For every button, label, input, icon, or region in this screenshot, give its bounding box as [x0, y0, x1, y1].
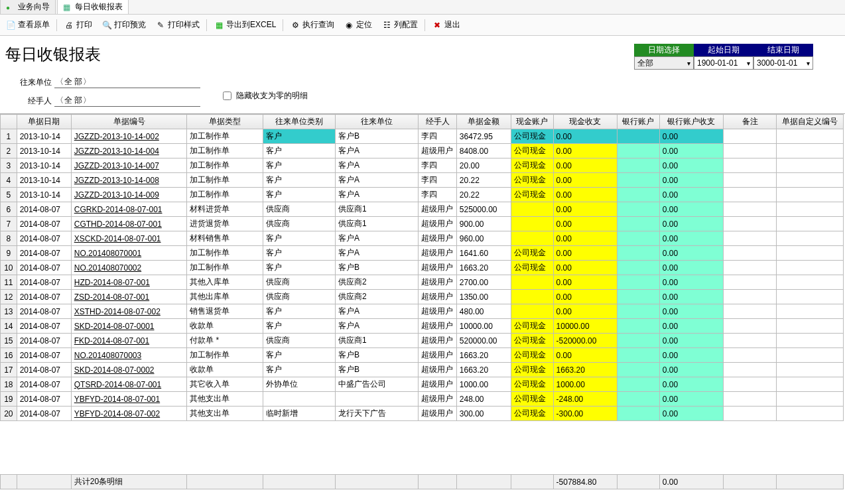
hide-zero-label: 隐藏收支为零的明细 — [236, 90, 308, 101]
col-partytype[interactable]: 往来单位类别 — [263, 115, 336, 129]
table-row[interactable]: 112014-08-07HZD-2014-08-07-001其他入库单供应商供应… — [1, 275, 844, 290]
cell-cashflow: 1000.00 — [553, 377, 618, 392]
table-row[interactable]: 172014-08-07SKD-2014-08-07-0002收款单客户客户B超… — [1, 363, 844, 377]
cell-docno[interactable]: JGZZD-2013-10-14-004 — [71, 144, 187, 158]
print-preview-button[interactable]: 🔍打印预览 — [98, 17, 150, 32]
cell-docno[interactable]: QTSRD-2014-08-07-001 — [71, 377, 187, 392]
cell-amount: 1350.00 — [456, 290, 511, 304]
cell-amount: 1663.20 — [456, 363, 511, 377]
cell-custom — [777, 188, 844, 202]
cell-partytype: 客户 — [263, 261, 336, 275]
cell-docno[interactable]: NO.201408070001 — [71, 246, 187, 261]
cell-docno[interactable]: HZD-2014-08-07-001 — [71, 275, 187, 290]
cell-docno[interactable]: CGTHD-2014-08-07-001 — [71, 217, 187, 231]
cell-doctype: 付款单 * — [187, 334, 263, 348]
table-row[interactable]: 82014-08-07XSCKD-2014-08-07-001材料销售单客户客户… — [1, 231, 844, 246]
hide-zero-checkbox[interactable] — [223, 92, 231, 100]
cell-docno[interactable]: JGZZD-2013-10-14-008 — [71, 173, 187, 188]
table-row[interactable]: 102014-08-07NO.201408070002加工制作单客户客户B超级用… — [1, 261, 844, 275]
locate-button[interactable]: ◉定位 — [340, 17, 376, 32]
table-row[interactable]: 12013-10-14JGZZD-2013-10-14-002加工制作单客户客户… — [1, 129, 844, 144]
cell-bankflow: 0.00 — [659, 188, 724, 202]
cell-docno[interactable]: JGZZD-2013-10-14-009 — [71, 188, 187, 202]
cell-docno[interactable]: NO.201408070002 — [71, 261, 187, 275]
cell-docno[interactable]: FKD-2014-08-07-001 — [71, 334, 187, 348]
table-row[interactable]: 182014-08-07QTSRD-2014-08-07-001其它收入单外协单… — [1, 377, 844, 392]
cell-partytype: 供应商 — [263, 334, 336, 348]
col-docno[interactable]: 单据编号 — [71, 115, 187, 129]
cell-docno[interactable]: SKD-2014-08-07-0002 — [71, 363, 187, 377]
col-handler[interactable]: 经手人 — [419, 115, 456, 129]
table-row[interactable]: 122014-08-07ZSD-2014-08-07-001其他出库单供应商供应… — [1, 290, 844, 304]
col-bankacct[interactable]: 银行账户 — [618, 115, 660, 129]
cell-partytype: 客户 — [263, 304, 336, 319]
cell-docno[interactable]: NO.201408070003 — [71, 348, 187, 363]
report-title: 每日收银报表 — [5, 44, 101, 65]
cell-custom — [777, 129, 844, 144]
tab-business-guide[interactable]: 业务向导 — [0, 0, 56, 14]
cell-docno[interactable]: YBFYD-2014-08-07-002 — [71, 407, 187, 421]
cell-docno[interactable]: XSTHD-2014-08-07-002 — [71, 304, 187, 319]
btn-label: 查看原单 — [18, 19, 50, 31]
btn-label: 定位 — [356, 19, 372, 31]
col-amount[interactable]: 单据金额 — [456, 115, 511, 129]
cell-docno[interactable]: JGZZD-2013-10-14-007 — [71, 158, 187, 173]
table-row[interactable]: 192014-08-07YBFYD-2014-08-07-001其他支出单超级用… — [1, 392, 844, 407]
col-cashflow[interactable]: 现金收支 — [553, 115, 618, 129]
tab-daily-report[interactable]: 每日收银报表 — [57, 0, 129, 14]
date-range-dropdown[interactable]: 全部 — [634, 56, 694, 70]
handler-value[interactable]: 全 部 — [54, 95, 200, 107]
cell-remark — [724, 407, 777, 421]
col-cashacct[interactable]: 现金账户 — [511, 115, 553, 129]
col-date[interactable]: 单据日期 — [17, 115, 71, 129]
export-excel-button[interactable]: ▦导出到EXCEL — [210, 17, 280, 32]
print-button[interactable]: 🖨打印 — [60, 17, 96, 32]
cell-partytype: 供应商 — [263, 202, 336, 217]
table-row[interactable]: 62014-08-07CGRKD-2014-08-07-001材料进货单供应商供… — [1, 202, 844, 217]
col-custom[interactable]: 单据自定义编号 — [777, 115, 844, 129]
cell-docno[interactable]: ZSD-2014-08-07-001 — [71, 290, 187, 304]
col-remark[interactable]: 备注 — [724, 115, 777, 129]
print-style-button[interactable]: ✎打印样式 — [151, 17, 204, 32]
table-row[interactable]: 152014-08-07FKD-2014-08-07-001付款单 *供应商供应… — [1, 334, 844, 348]
table-row[interactable]: 72014-08-07CGTHD-2014-08-07-001进货退货单供应商供… — [1, 217, 844, 231]
cell-docno[interactable]: CGRKD-2014-08-07-001 — [71, 202, 187, 217]
view-original-button[interactable]: 📄查看原单 — [1, 17, 54, 32]
col-doctype[interactable]: 单据类型 — [187, 115, 263, 129]
cell-handler: 李四 — [419, 158, 456, 173]
cell-docno[interactable]: SKD-2014-08-07-0001 — [71, 319, 187, 334]
table-row[interactable]: 132014-08-07XSTHD-2014-08-07-002销售退货单客户客… — [1, 304, 844, 319]
cell-cashflow: 0.00 — [553, 290, 618, 304]
run-query-button[interactable]: ⚙执行查询 — [286, 17, 338, 32]
col-config-button[interactable]: ☷列配置 — [377, 17, 422, 32]
cell-bankflow: 0.00 — [659, 129, 724, 144]
cell-docno[interactable]: XSCKD-2014-08-07-001 — [71, 231, 187, 246]
party-value[interactable]: 全 部 — [54, 76, 200, 88]
cell-party: 中盛广告公司 — [336, 377, 419, 392]
cell-date: 2014-08-07 — [17, 304, 71, 319]
cell-docno[interactable]: YBFYD-2014-08-07-001 — [71, 392, 187, 407]
cell-cashflow: 1663.20 — [553, 363, 618, 377]
cell-docno[interactable]: JGZZD-2013-10-14-002 — [71, 129, 187, 144]
col-rownum[interactable] — [1, 115, 17, 129]
cell-partytype: 客户 — [263, 246, 336, 261]
col-bankflow[interactable]: 银行账户收支 — [659, 115, 724, 129]
table-row[interactable]: 42013-10-14JGZZD-2013-10-14-008加工制作单客户客户… — [1, 173, 844, 188]
cell-date: 2014-08-07 — [17, 261, 71, 275]
exit-button[interactable]: ✖退出 — [428, 17, 464, 32]
table-row[interactable]: 162014-08-07NO.201408070003加工制作单客户客户B超级用… — [1, 348, 844, 363]
end-date-input[interactable]: 3000-01-01 — [753, 56, 813, 70]
start-date-input[interactable]: 1900-01-01 — [694, 56, 753, 70]
cell-partytype: 客户 — [263, 144, 336, 158]
table-row[interactable]: 202014-08-07YBFYD-2014-08-07-002其他支出单临时新… — [1, 407, 844, 421]
cell-date: 2014-08-07 — [17, 407, 71, 421]
cell-bankflow: 0.00 — [659, 173, 724, 188]
table-row[interactable]: 92014-08-07NO.201408070001加工制作单客户客户A超级用户… — [1, 246, 844, 261]
table-row[interactable]: 32013-10-14JGZZD-2013-10-14-007加工制作单客户客户… — [1, 158, 844, 173]
table-row[interactable]: 52013-10-14JGZZD-2013-10-14-009加工制作单客户客户… — [1, 188, 844, 202]
cell-cashflow: 0.00 — [553, 158, 618, 173]
col-party[interactable]: 往来单位 — [336, 115, 419, 129]
table-row[interactable]: 22013-10-14JGZZD-2013-10-14-004加工制作单客户客户… — [1, 144, 844, 158]
cell-bankacct — [618, 348, 660, 363]
table-row[interactable]: 142014-08-07SKD-2014-08-07-0001收款单客户客户A超… — [1, 319, 844, 334]
